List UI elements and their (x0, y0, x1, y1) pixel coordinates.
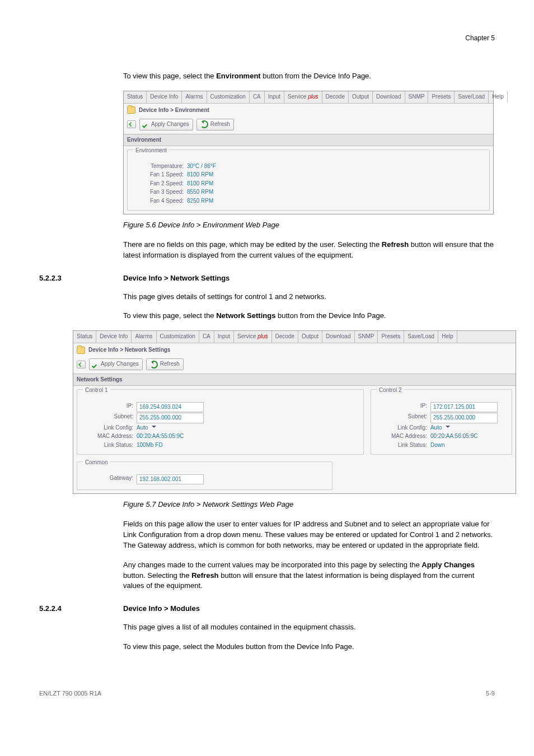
page-footer: EN/LZT 790 0005 R1A 5-9 (0, 689, 534, 715)
apply-changes-button[interactable]: Apply Changes (139, 119, 193, 130)
tab-device-info[interactable]: Device Info (147, 91, 182, 103)
label-fan4: Fan 4 Speed: (133, 197, 187, 206)
p57bd: Refresh (191, 571, 218, 580)
section-5223-heading: 5.2.2.3 Device Info > Network Settings (39, 273, 495, 284)
breadcrumb-text-2: Device Info > Network Settings (88, 346, 170, 354)
tab-ca[interactable]: CA (250, 91, 265, 103)
tab-alarms[interactable]: Alarms (182, 91, 207, 103)
c1-linkstatus-label: Link Status: (83, 441, 137, 450)
refresh-button-2[interactable]: Refresh (146, 358, 184, 370)
tab2-alarms[interactable]: Alarms (132, 331, 156, 343)
tab2-service-plus[interactable]: Service plus (234, 331, 271, 343)
tab-save-load[interactable]: Save/Load (455, 91, 489, 103)
tab2-output[interactable]: Output (298, 331, 322, 343)
tab2-decode[interactable]: Decode (272, 331, 298, 343)
panel-header-environment: Environment (124, 134, 493, 147)
c1-subnet-label: Subnet: (83, 413, 137, 423)
chapter-header: Chapter 5 (39, 34, 495, 43)
toolbar: Apply Changes Refresh (124, 117, 493, 134)
label-fan1: Fan 1 Speed: (133, 171, 187, 179)
p57bc: button. Selecting the (123, 571, 191, 580)
sec5224-p1: This page gives a list of all modules co… (123, 622, 495, 633)
tab-presets[interactable]: Presets (428, 91, 455, 103)
para-after-57: Fields on this page allow the user to en… (123, 519, 495, 551)
toolbar-2: Apply Changes Refresh (73, 357, 516, 374)
p2b: Network Settings (216, 311, 275, 320)
c2-linkstatus-label: Link Status: (377, 441, 430, 450)
intro-paragraph: To view this page, select the Environmen… (123, 71, 495, 82)
c2-linkconfig-select[interactable]: Auto (430, 424, 450, 432)
refresh-label: Refresh (210, 120, 230, 129)
breadcrumb-bar: Device Info > Environment (124, 104, 493, 118)
tab-snmp[interactable]: SNMP (405, 91, 429, 103)
check-icon-2 (93, 362, 99, 367)
row-fan4: Fan 4 Speed:8250 RPM (133, 197, 484, 206)
folder-icon-2 (77, 347, 85, 354)
tab2-download[interactable]: Download (322, 331, 354, 343)
tab2-customization[interactable]: Customization (157, 331, 199, 343)
p56b: Refresh (382, 240, 409, 249)
tab2-input[interactable]: Input (214, 331, 234, 343)
row-temperature: Temperature:30°C / 86°F (133, 162, 484, 171)
fieldset-environment: Environment Temperature:30°C / 86°F Fan … (127, 150, 490, 211)
screenshot-network-settings: Status Device Info Alarms Customization … (73, 330, 516, 494)
value-fan3: 8550 RPM (187, 188, 213, 197)
tab2-plus-text: plus (257, 333, 268, 339)
tab-output[interactable]: Output (349, 91, 373, 103)
value-fan4: 8250 RPM (187, 197, 213, 206)
tab-plus-text: plus (308, 94, 318, 100)
tab-service-plus[interactable]: Service plus (284, 91, 322, 103)
c2-mac-label: MAC Address: (377, 432, 430, 441)
intro-part1: To view this page, select the (123, 72, 216, 80)
tab2-help[interactable]: Help (438, 331, 457, 343)
tab-input[interactable]: Input (265, 91, 284, 103)
c1-mac-label: MAC Address: (83, 432, 137, 441)
sec5223-p1: This page gives details of settings for … (123, 292, 495, 302)
c1-mac-value: 00:20:AA:55:05:9C (137, 432, 184, 441)
c2-ip-input[interactable]: 172.017.125.001 (430, 402, 498, 413)
c1-linkconfig-select[interactable]: Auto (137, 424, 156, 432)
figure-5-6-caption: Figure 5.6 Device Info > Environment Web… (123, 220, 495, 231)
row-fan2: Fan 2 Speed:8100 RPM (133, 180, 484, 188)
panel-header-network: Network Settings (73, 374, 516, 386)
c1-ip-input[interactable]: 169.254.093.024 (137, 402, 204, 413)
intro-part2: button from the Device Info Page. (261, 72, 371, 80)
tab2-save-load[interactable]: Save/Load (404, 331, 438, 343)
c2-subnet-input[interactable]: 255.255.000.000 (430, 413, 498, 423)
section-5223-title: Device Info > Network Settings (123, 273, 229, 284)
tab-customization[interactable]: Customization (207, 91, 250, 103)
sec5223-p2: To view this page, select the Network Se… (123, 311, 495, 321)
folder-icon (127, 106, 135, 114)
tab2-service-text: Service (237, 333, 257, 339)
gateway-input[interactable]: 192.168.002.001 (137, 474, 204, 485)
p57ba: Any changes made to the current values m… (123, 561, 421, 569)
c1-linkconfig-value: Auto (137, 424, 148, 432)
section-5223-number: 5.2.2.3 (39, 273, 123, 284)
section-5224-heading: 5.2.2.4 Device Info > Modules (39, 604, 495, 614)
screenshot-environment: Status Device Info Alarms Customization … (123, 91, 494, 214)
back-icon-2[interactable] (77, 361, 86, 368)
refresh-button[interactable]: Refresh (196, 119, 234, 130)
c1-subnet-input[interactable]: 255.255.000.000 (137, 413, 204, 423)
back-icon[interactable] (127, 120, 136, 128)
tab-row-2: Status Device Info Alarms Customization … (73, 331, 516, 343)
label-temperature: Temperature: (133, 162, 187, 171)
c2-linkstatus-value: Down (430, 441, 445, 450)
tab-status[interactable]: Status (124, 91, 147, 103)
row-fan3: Fan 3 Speed:8550 RPM (133, 188, 484, 197)
legend-environment: Environment (133, 147, 169, 155)
tab-download[interactable]: Download (373, 91, 405, 103)
c2-ip-label: IP: (377, 402, 430, 413)
tab-decode[interactable]: Decode (322, 91, 349, 103)
tab2-device-info[interactable]: Device Info (96, 331, 132, 343)
tab-help[interactable]: Help (489, 91, 508, 103)
refresh-icon (200, 120, 208, 128)
c2-linkconfig-label: Link Config: (377, 424, 430, 432)
apply-changes-label-2: Apply Changes (101, 360, 139, 368)
tab2-ca[interactable]: CA (199, 331, 214, 343)
tab2-snmp[interactable]: SNMP (355, 331, 378, 343)
tab2-presets[interactable]: Presets (378, 331, 404, 343)
apply-changes-button-2[interactable]: Apply Changes (89, 358, 143, 370)
apply-changes-label: Apply Changes (151, 120, 189, 129)
tab2-status[interactable]: Status (73, 331, 96, 343)
